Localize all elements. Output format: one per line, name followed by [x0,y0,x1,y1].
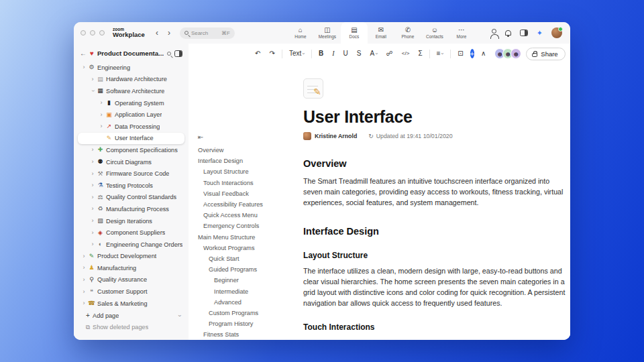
tab-more[interactable]: ⋯More [448,22,475,44]
tree-chevron-icon[interactable]: › [80,300,87,306]
sidebar-collapse-icon[interactable] [174,50,182,57]
doc-emoji-icon[interactable]: ✎ [303,78,323,99]
align-dropdown[interactable]: ≡ › [435,49,446,58]
tree-chevron-icon[interactable]: › [89,171,96,177]
tab-docs[interactable]: ▤Docs [341,22,368,44]
outline-item-program-history[interactable]: Program History [198,318,300,329]
sidebar-search-icon[interactable] [167,52,171,56]
sidebar-back-button[interactable]: ← [80,50,87,57]
global-search-input[interactable]: Search ⌘F [180,27,235,39]
collapse-toolbar-button[interactable]: ∧ [479,49,488,58]
doc-p-the-interface-utilizes-a[interactable]: The interface utilizes a clean, modern d… [303,265,569,308]
tree-chevron-icon[interactable]: › [80,289,87,295]
outline-item-quick-start[interactable]: Quick Start [198,253,300,264]
ai-companion-icon[interactable]: ✦ [537,29,543,37]
tree-chevron-icon[interactable]: › [89,218,96,224]
minimize-window-icon[interactable] [90,30,95,36]
tab-phone[interactable]: ✆Phone [394,22,421,44]
side-panel-toggle-icon[interactable] [520,29,528,36]
outline-item-interface-design[interactable]: Interface Design [198,156,300,166]
share-button[interactable]: Share [526,48,565,60]
doc-h3-touch-interactions[interactable]: Touch Interactions [303,322,569,332]
outline-item-touch-interactions[interactable]: Touch Interactions [198,178,300,188]
sidebar-item-design-iterations[interactable]: ›▧Design Iterations [78,215,184,227]
notifications-icon[interactable] [505,30,511,36]
tree-chevron-icon[interactable]: › [80,64,87,70]
tree-chevron-icon[interactable]: › [98,112,105,118]
tree-chevron-icon[interactable]: › [80,277,87,283]
sidebar-item-user-interface[interactable]: ✎User Interface [78,133,184,145]
outline-item-workout-programs[interactable]: Workout Programs [198,243,300,253]
show-deleted-pages-button[interactable]: ⧉ Show deleted pages [78,321,184,333]
tree-chevron-icon[interactable]: › [89,230,96,236]
strikethrough-button[interactable]: S [355,49,364,58]
tree-chevron-icon[interactable]: › [90,88,96,95]
italic-button[interactable]: I [330,49,336,58]
sidebar-item-component-suppliers[interactable]: ›◈Component Suppliers [78,227,184,239]
sidebar-item-engineering-change-orders[interactable]: ›◐Engineering Change Orders [78,239,184,251]
outline-item-layout-structure[interactable]: Layout Structure [198,166,300,177]
doc-h2-overview[interactable]: Overview [303,158,569,169]
undo-button[interactable]: ↶ [253,49,262,58]
traffic-lights[interactable] [80,30,105,36]
tree-chevron-icon[interactable]: › [89,206,96,212]
zoom-window-icon[interactable] [99,30,105,36]
sidebar-item-quality-assurance[interactable]: ›⚲Quality Assurance [78,274,184,286]
sidebar-item-component-specifications[interactable]: ›✚Component Specifications [78,144,184,156]
text-style-dropdown[interactable]: Text › [287,49,307,58]
doc-h2-interface-design[interactable]: Interface Design [303,226,569,237]
outline-item-intermediate[interactable]: Intermediate [198,286,300,296]
sidebar-item-application-layer[interactable]: ›▣Application Layer [78,109,184,121]
sidebar-item-operating-system[interactable]: ›▮Operating System [78,97,184,109]
link-button[interactable]: ☍ [384,49,395,58]
comment-button[interactable]: ⊡ [455,49,465,58]
sidebar-item-circuit-diagrams[interactable]: ›⚉Circuit Diagrams [78,156,184,168]
outline-item-quick-access-menu[interactable]: Quick Access Menu [198,210,300,221]
outline-collapse-icon[interactable]: ⇤ [198,133,203,145]
sidebar-item-software-architecture[interactable]: ›▦Software Architecture [78,85,184,97]
nav-forward-button[interactable]: › [165,28,173,38]
outline-item-beginner[interactable]: Beginner [198,275,300,286]
doc-h3-layout-structure[interactable]: Layout Structure [303,251,569,260]
sidebar-item-manufacturing-process[interactable]: ›♻Manufacturing Process [78,203,184,215]
sidebar-item-hardware-architecture[interactable]: ›▤Hardware Architecture [78,74,184,86]
outline-item-main-menu-structure[interactable]: Main Menu Structure [198,232,300,243]
outline-item-fitness-stats[interactable]: Fitness Stats [198,329,300,340]
outline-item-emergency-controls[interactable]: Emergency Controls [198,221,300,231]
tree-chevron-icon[interactable]: › [89,76,96,82]
sidebar-item-manufacturing[interactable]: ›♟Manufacturing [78,262,184,274]
sidebar-item-quality-control-standards[interactable]: ›⚖Quality Control Standards [78,192,184,204]
collaborator-avatar-3[interactable]: ☻ [511,48,521,59]
outline-item-visual-feedback[interactable]: Visual Feedback [198,188,300,199]
tree-chevron-icon[interactable]: › [80,265,87,271]
doc-p-the-smart-treadmill-feat[interactable]: The Smart Treadmill features an intuitiv… [303,176,569,208]
tree-chevron-icon[interactable]: › [98,100,105,106]
sidebar-item-engineering[interactable]: ›⚙Engineering [78,62,184,74]
add-page-chevron-icon[interactable]: › [176,314,183,316]
underline-button[interactable]: U [341,49,350,58]
bold-button[interactable]: B [317,49,325,58]
tree-chevron-icon[interactable]: › [89,182,96,188]
outline-item-guided-programs[interactable]: Guided Programs [198,264,300,275]
sidebar-item-sales-marketing[interactable]: ›☎Sales & Marketing [78,298,184,308]
sidebar-item-customer-support[interactable]: ›❝Customer Support [78,286,184,298]
outline-item-accessibility-features[interactable]: Accessibility Features [198,199,300,210]
insert-block-button[interactable]: + [470,49,474,58]
tab-contacts[interactable]: ☺Contacts [421,22,448,44]
redo-button[interactable]: ↷ [267,49,276,58]
tree-chevron-icon[interactable]: › [89,241,96,247]
sidebar-item-product-development[interactable]: ›✎Product Development [78,251,184,263]
text-color-dropdown[interactable]: A › [368,49,379,58]
doc-p-the-responsive-touchscre[interactable]: The responsive touchscreen supports mult… [303,337,569,340]
tab-email[interactable]: ✉Email [368,22,394,44]
sidebar-item-firmware-source-code[interactable]: ›⚒Firmware Source Code [78,168,184,180]
user-avatar[interactable] [551,27,562,38]
tree-chevron-icon[interactable]: › [80,253,87,259]
tree-chevron-icon[interactable]: › [98,123,105,129]
tree-chevron-icon[interactable]: › [89,194,96,200]
sidebar-item-testing-protocols[interactable]: ›⚗Testing Protocols [78,180,184,192]
outline-item-advanced[interactable]: Advanced [198,297,300,308]
outline-item-overview[interactable]: Overview [198,145,300,156]
doc-title[interactable]: User Interface [303,107,569,127]
tab-meetings[interactable]: ◫Meetings [314,22,341,44]
